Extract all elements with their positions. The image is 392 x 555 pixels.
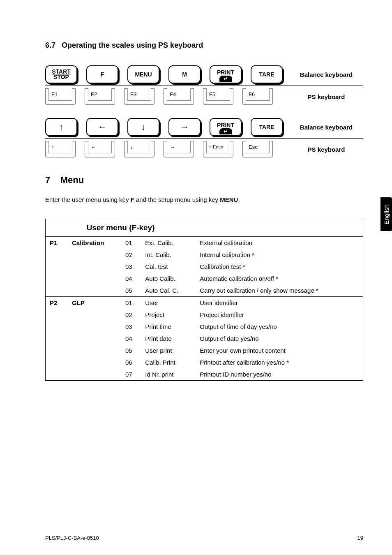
ps-key-f3: F3 bbox=[124, 88, 154, 105]
balance-key-menu: MENU bbox=[127, 65, 159, 83]
ps-key-f2: F2 bbox=[85, 88, 115, 105]
balance-key-m: M bbox=[168, 65, 201, 83]
page-footer: PLS/PLJ-C-BA-e-0510 19 bbox=[45, 535, 363, 541]
arrow-right-icon: → bbox=[180, 122, 189, 132]
keymap-group-2: ↑ ← ↓ → PRINT ↵ TARE Balance keyboard ↑ … bbox=[45, 117, 363, 158]
ps-key-down: ↓ bbox=[124, 141, 154, 157]
ps-key-right: → bbox=[164, 141, 194, 157]
balance-key-start-stop: START STOP bbox=[45, 65, 77, 83]
balance-row-1: START STOP F MENU M PRINT ↵ TARE Balance… bbox=[45, 65, 363, 84]
section-6-7-heading: 6.7 Operating the scales using PS keyboa… bbox=[45, 41, 363, 50]
section-7-title: Menu bbox=[60, 175, 84, 185]
table-row: P2 GLP 01 User User identifier bbox=[46, 296, 363, 309]
ps-key-f1: F1 bbox=[45, 88, 76, 105]
footer-page-number: 19 bbox=[357, 535, 363, 541]
enter-icon: ↵ bbox=[219, 76, 232, 82]
enter-icon: ↵ bbox=[219, 128, 232, 134]
language-tab: English bbox=[380, 197, 392, 231]
ps-key-left: ← bbox=[85, 141, 115, 157]
menu-p2-name: GLP bbox=[68, 296, 121, 380]
balance-key-tare: TARE bbox=[251, 65, 283, 83]
balance-key-left: ← bbox=[86, 118, 118, 136]
section-7-heading: 7 Menu bbox=[45, 175, 363, 185]
label-balance-keyboard-2: Balance keyboard bbox=[289, 124, 363, 131]
table-row: P1 Calibration 01 Ext. Calib. External c… bbox=[46, 236, 363, 249]
ps-row-1: F1 F2 F3 F4 F5 F6 PS keyboard bbox=[45, 88, 363, 106]
balance-key-down: ↓ bbox=[127, 118, 159, 136]
user-menu-table: User menu (F-key) P1 Calibration 01 Ext.… bbox=[45, 219, 363, 381]
footer-doc-id: PLS/PLJ-C-BA-e-0510 bbox=[45, 535, 99, 541]
balance-key-print: PRINT ↵ bbox=[210, 65, 242, 83]
section-7-intro: Enter the user menu using key F and the … bbox=[45, 195, 363, 205]
balance-key-print-2: PRINT ↵ bbox=[210, 118, 242, 136]
label-ps-keyboard: PS keyboard bbox=[289, 93, 363, 100]
label-ps-keyboard-2: PS keyboard bbox=[289, 146, 363, 153]
ps-key-f5: F5 bbox=[203, 88, 233, 105]
balance-key-up: ↑ bbox=[45, 118, 77, 136]
balance-key-tare-2: TARE bbox=[251, 118, 283, 136]
section-7-number: 7 bbox=[45, 175, 50, 185]
ps-key-esc: Esc bbox=[242, 141, 273, 157]
section-6-7-title: Operating the scales using PS keyboard bbox=[62, 41, 203, 49]
menu-p2-code: P2 bbox=[46, 296, 68, 380]
ps-key-up: ↑ bbox=[45, 141, 76, 157]
arrow-left-icon: ← bbox=[98, 122, 107, 132]
balance-key-right: → bbox=[168, 118, 201, 136]
keymap-group-1: START STOP F MENU M PRINT ↵ TARE Balance… bbox=[45, 65, 363, 106]
balance-key-f: F bbox=[86, 65, 118, 83]
ps-row-2: ↑ ← ↓ → ↵Enter Esc PS keyboard bbox=[45, 140, 363, 158]
label-balance-keyboard: Balance keyboard bbox=[289, 71, 363, 78]
arrow-down-icon: ↓ bbox=[141, 122, 146, 132]
ps-key-f4: F4 bbox=[164, 88, 194, 105]
arrow-up-icon: ↑ bbox=[59, 122, 64, 132]
user-menu-title: User menu (F-key) bbox=[46, 219, 196, 236]
section-6-7-number: 6.7 bbox=[45, 41, 55, 49]
menu-p1-code: P1 bbox=[46, 236, 68, 296]
balance-row-2: ↑ ← ↓ → PRINT ↵ TARE Balance keyboard bbox=[45, 117, 363, 137]
ps-key-enter: ↵Enter bbox=[203, 141, 233, 157]
menu-p1-name: Calibration bbox=[68, 236, 121, 296]
ps-key-f6: F6 bbox=[242, 88, 273, 105]
